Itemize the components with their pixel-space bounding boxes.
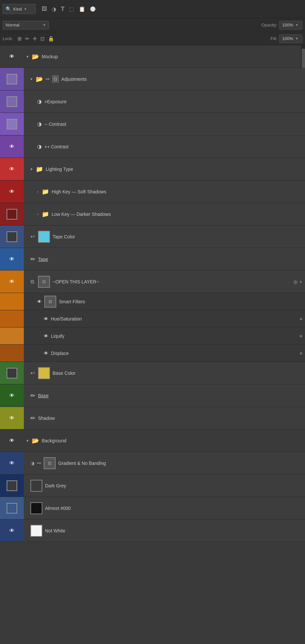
almost-000-strip — [0, 497, 24, 519]
open-this-name: ~OPEN THIS LAYER~ — [53, 279, 99, 284]
adjustments-thumb — [7, 74, 17, 84]
liquify-eye-icon[interactable]: 👁 — [44, 333, 48, 339]
tape-color-thumb-bg — [7, 231, 17, 242]
not-white-name: Not White — [45, 528, 65, 533]
gradient-thumb: ⊡ — [44, 457, 56, 469]
lock-icons: ⊞ ✏ ✛ ⊡ 🔒 — [18, 36, 54, 42]
layer-lighting-type[interactable]: 👁 ▾ 📁 Lighting Type — [0, 158, 305, 180]
base-paint-icon: ✏ — [30, 392, 35, 399]
tape-eye-icon[interactable]: 👁 — [9, 256, 15, 262]
layer-adjustments[interactable]: ▾ 📂 ⚯ ⊡ Adjustments — [0, 68, 305, 90]
layer-shadow[interactable]: 👁 ✏ Shadow — [0, 407, 305, 429]
adjustment-filter-icon[interactable]: ◑ — [52, 6, 56, 12]
layer-low-key[interactable]: › 📁 Low Key — Darker Shadows — [0, 203, 305, 225]
high-key-folder-icon: 📁 — [42, 188, 49, 195]
lighting-collapse[interactable]: ▾ — [30, 167, 32, 172]
image-filter-icon[interactable]: 🖼 — [42, 6, 47, 12]
background-collapse[interactable]: ▾ — [26, 438, 28, 443]
tape-name: Tape — [38, 257, 48, 262]
base-color-content: ↩ Base Color — [24, 362, 305, 384]
layer-smart-filters-header: 👁 ⊡ Smart Filters — [0, 293, 305, 310]
layer-exposure[interactable]: ◑ +Exposure — [0, 90, 305, 113]
layer-tape[interactable]: 👁 ✏ Tape — [0, 248, 305, 271]
mockup-eye-icon[interactable]: 👁 — [9, 54, 15, 60]
scrollbar-thumb[interactable] — [302, 49, 305, 69]
adj-link-icon: ⚯ — [46, 76, 50, 82]
layer-mockup[interactable]: 👁 ▾ 📂 Mockup — [0, 45, 305, 68]
layer-liquify[interactable]: 👁 Liquify ≡ — [0, 327, 305, 345]
layer-tape-color[interactable]: ↩ Tape Color — [0, 225, 305, 248]
not-white-eye-icon[interactable]: 👁 — [9, 528, 15, 534]
layer-not-white[interactable]: 👁 Not White — [0, 520, 305, 542]
almost-000-content: Almost #000 — [24, 497, 305, 519]
adjustments-name: Adjustments — [61, 76, 87, 82]
gradient-eye-icon[interactable]: 👁 — [9, 460, 15, 466]
base-name: Base — [38, 393, 49, 398]
lock-move-icon[interactable]: ✛ — [33, 36, 37, 42]
exposure-adj-icon: ◑ — [37, 98, 42, 105]
lock-paint-icon[interactable]: ✏ — [25, 36, 29, 42]
layer-high-key[interactable]: 👁 › 📁 High Key — Soft Shadows — [0, 180, 305, 203]
layer-background[interactable]: 👁 ▾ 📂 Background — [0, 429, 305, 452]
contrast-plus-eye-icon[interactable]: 👁 — [9, 144, 15, 150]
almost-000-thumb-bg — [7, 503, 17, 514]
blend-mode-select[interactable]: Normal ▼ — [3, 21, 49, 29]
kind-select[interactable]: 🔍 Kind ▼ — [3, 4, 36, 14]
lighting-eye-icon[interactable]: 👁 — [9, 166, 15, 172]
type-filter-icon[interactable]: T — [61, 6, 65, 13]
displace-extra: ≡ — [300, 351, 302, 356]
smart-filters-eye-icon[interactable]: 👁 — [37, 299, 42, 304]
circle-filter-icon[interactable]: ⚪ — [90, 6, 96, 12]
shadow-eye-icon[interactable]: 👁 — [9, 415, 15, 421]
fill-input[interactable]: 100% ▼ — [279, 34, 302, 43]
layer-displace[interactable]: 👁 Displace ≡ — [0, 345, 305, 362]
open-this-visibility-icon[interactable]: ◎ — [293, 279, 297, 284]
layer-dark-grey[interactable]: Dark Grey — [0, 474, 305, 497]
adjustments-collapse[interactable]: ▾ — [30, 77, 32, 81]
displace-eye-icon[interactable]: 👁 — [44, 351, 48, 356]
hue-sat-extra: ≡ — [300, 316, 302, 322]
hue-sat-eye-icon[interactable]: 👁 — [44, 316, 48, 322]
dark-grey-swatch — [30, 480, 42, 492]
layer-contrast-plus[interactable]: 👁 ◑ ++ Contrast — [0, 135, 305, 158]
layer-base[interactable]: 👁 ✏ Base — [0, 384, 305, 407]
contrast-minus-strip — [0, 113, 24, 135]
background-eye-icon[interactable]: 👁 — [9, 438, 15, 444]
contrast-minus-adj-icon: ◑ — [37, 121, 42, 127]
almost-000-name: Almost #000 — [45, 506, 71, 511]
background-folder-icon: 📂 — [32, 437, 39, 444]
lock-artboard-icon[interactable]: ⊡ — [40, 36, 45, 42]
mockup-collapse-arrow[interactable]: ▾ — [26, 54, 28, 59]
high-key-collapse[interactable]: › — [37, 189, 38, 194]
contrast-plus-adj-icon: ◑ — [37, 143, 42, 150]
gradient-strip: 👁 — [0, 452, 24, 474]
layer-hue-saturation[interactable]: 👁 Hue/Saturation ≡ — [0, 310, 305, 327]
displace-filter-icon: ≡ — [300, 351, 302, 356]
base-eye-icon[interactable]: 👁 — [9, 393, 15, 399]
high-key-eye-icon[interactable]: 👁 — [9, 189, 15, 195]
scrollbar[interactable] — [301, 45, 305, 68]
low-key-collapse[interactable]: › — [37, 212, 38, 217]
opacity-input[interactable]: 100% ▼ — [279, 21, 302, 29]
tape-color-swatch — [38, 231, 50, 243]
lighting-folder-icon: 📁 — [36, 166, 43, 173]
base-color-swatch — [38, 367, 50, 379]
dark-grey-name: Dark Grey — [45, 483, 66, 488]
layer-gradient-no-banding[interactable]: 👁 ◑ ⚯ ⊡ Gradient & No Banding — [0, 452, 305, 474]
open-this-collapse-icon[interactable]: ∧ — [299, 279, 302, 284]
adjustments-folder-icon: 📂 — [36, 75, 43, 83]
shape-filter-icon[interactable]: ⬚ — [69, 6, 74, 12]
open-this-thumb-icon: ⊡ — [42, 279, 46, 284]
lock-all-icon[interactable]: 🔒 — [48, 36, 54, 42]
open-this-eye-icon[interactable]: 👁 — [9, 279, 15, 285]
layer-contrast-minus[interactable]: ◑ -- Contrast — [0, 113, 305, 135]
layer-almost-000[interactable]: Almost #000 — [0, 497, 305, 520]
layer-open-this[interactable]: 👁 ⧉ ⊡ ~OPEN THIS LAYER~ ◎ ∧ — [0, 271, 305, 293]
layer-base-color[interactable]: ↩ Base Color — [0, 362, 305, 384]
lock-pixels-icon[interactable]: ⊞ — [18, 36, 22, 42]
smartobj-filter-icon[interactable]: 📋 — [79, 6, 85, 12]
tape-color-name: Tape Color — [53, 234, 75, 239]
contrast-plus-name: ++ Contrast — [44, 144, 68, 149]
base-color-clip-icon: ↩ — [30, 370, 35, 376]
open-this-strip: 👁 — [0, 271, 24, 293]
